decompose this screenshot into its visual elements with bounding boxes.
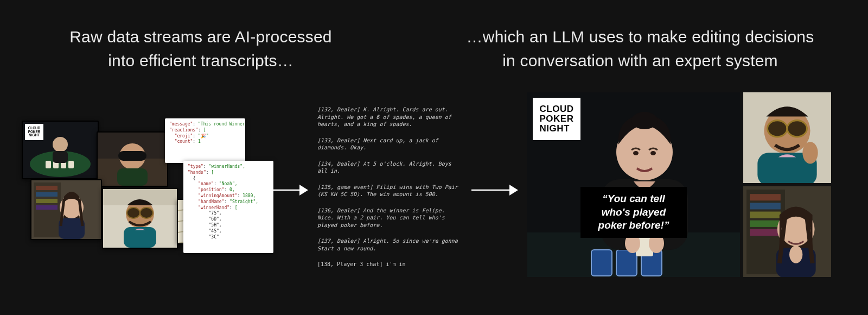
avatar-icon bbox=[103, 189, 177, 248]
thumb-player-bookshelf bbox=[30, 179, 102, 240]
svg-rect-35 bbox=[616, 250, 637, 276]
arrow-right-1 bbox=[260, 180, 309, 200]
logo-chip: CLOUDPOKERNIGHT bbox=[25, 124, 43, 140]
avatar-icon bbox=[743, 92, 831, 183]
transcript-line: [133, Dealer] Next card up, a jack of di… bbox=[317, 137, 463, 152]
transcript-column: [132, Dealer] K. Alright. Cards are out.… bbox=[317, 106, 463, 277]
transcript-line: [136, Dealer] And the winner is Felipe. … bbox=[317, 207, 463, 229]
heading-left: Raw data streams are AI-processedinto ef… bbox=[33, 25, 369, 72]
json-card-message: "message": "This round Winner""reactions… bbox=[165, 118, 245, 163]
svg-point-43 bbox=[631, 112, 658, 129]
svg-point-66 bbox=[789, 245, 802, 263]
svg-point-52 bbox=[787, 121, 807, 137]
json-card-winnerhands: "type": "winnerHands","hands": [ { "name… bbox=[183, 161, 273, 253]
avatar-icon bbox=[31, 180, 101, 239]
svg-point-55 bbox=[802, 142, 818, 163]
logo-big: CLOUDPOKERNIGHT bbox=[533, 98, 580, 140]
transcript-line: [137, Dealer] Alright. So since we're go… bbox=[317, 237, 463, 252]
video-caption: “You can tell who's played poker before!… bbox=[580, 187, 687, 238]
svg-rect-59 bbox=[750, 203, 781, 209]
arrow-right-2 bbox=[470, 180, 519, 200]
thumb-player-sunglasses-1 bbox=[97, 131, 168, 187]
svg-rect-7 bbox=[53, 151, 68, 163]
avatar-icon bbox=[743, 186, 831, 277]
svg-rect-58 bbox=[750, 194, 781, 200]
svg-point-45 bbox=[650, 151, 656, 155]
edited-video-composite: CLOUDPOKERNIGHT “You can tell who's play… bbox=[527, 92, 831, 277]
heading-right: …which an LLM uses to make editing decis… bbox=[434, 25, 846, 72]
thumb-dealer-table: CLOUDPOKERNIGHT bbox=[22, 121, 99, 179]
svg-point-44 bbox=[633, 151, 639, 155]
svg-rect-2 bbox=[46, 161, 51, 168]
svg-rect-12 bbox=[117, 168, 148, 186]
transcript-line: [134, Dealer] At 5 o'clock. Alright. Boy… bbox=[317, 160, 463, 175]
svg-rect-17 bbox=[36, 199, 58, 203]
svg-rect-16 bbox=[36, 192, 58, 197]
thumb-player-aviators bbox=[102, 188, 178, 249]
svg-point-6 bbox=[53, 137, 68, 152]
svg-point-26 bbox=[140, 207, 153, 218]
transcript-line: [138, Player 3 chat] i'm in bbox=[317, 261, 463, 268]
transcript-line: [135, game event] Filipi wins with Two P… bbox=[317, 184, 463, 198]
svg-rect-15 bbox=[36, 186, 58, 190]
svg-rect-5 bbox=[68, 161, 74, 168]
svg-point-51 bbox=[768, 121, 787, 137]
svg-rect-60 bbox=[750, 212, 781, 218]
video-main-dealer: CLOUDPOKERNIGHT “You can tell who's play… bbox=[527, 92, 740, 277]
svg-rect-18 bbox=[36, 205, 58, 210]
svg-rect-34 bbox=[591, 250, 612, 276]
svg-point-25 bbox=[127, 207, 140, 218]
svg-rect-11 bbox=[118, 151, 146, 161]
svg-rect-62 bbox=[750, 229, 781, 236]
video-side-bottom bbox=[743, 186, 831, 277]
video-side-top bbox=[743, 92, 831, 183]
avatar-icon bbox=[98, 133, 167, 186]
raw-data-collage: CLOUDPOKERNIGHT "message": "This round W… bbox=[22, 118, 250, 260]
svg-rect-61 bbox=[750, 220, 781, 227]
transcript-line: [132, Dealer] K. Alright. Cards are out.… bbox=[317, 106, 463, 128]
